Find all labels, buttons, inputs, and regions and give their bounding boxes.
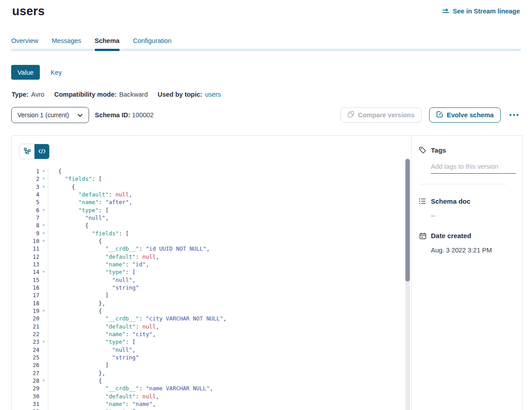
line-number: 29 (12, 384, 39, 392)
code-text: { (48, 237, 102, 245)
compatibility-value: Backward (119, 91, 148, 98)
code-text: "name": "after", (48, 198, 132, 206)
line-number: 12 (12, 253, 39, 261)
code-line: 17 ] (12, 291, 405, 299)
code-text: }, (48, 369, 105, 377)
code-text: "__crdb__": "id UUID NOT NULL", (48, 245, 210, 252)
fold-arrow-icon[interactable] (39, 323, 48, 330)
code-view-button[interactable] (34, 144, 49, 159)
code-line: 1▼{ (12, 167, 405, 175)
tree-view-button[interactable] (20, 144, 34, 159)
fold-arrow-icon[interactable]: ▼ (39, 222, 48, 229)
line-number: 11 (12, 245, 39, 252)
fold-arrow-icon[interactable] (39, 253, 48, 261)
topic-link[interactable]: users (205, 91, 221, 98)
version-dropdown[interactable]: Version 1 (current) (11, 107, 89, 123)
fold-arrow-icon[interactable]: ▼ (39, 408, 48, 410)
fold-arrow-icon[interactable] (39, 393, 48, 400)
stream-lineage-link[interactable]: See in Stream lineage (442, 8, 520, 15)
code-line: 16 "string" (12, 284, 405, 291)
fold-arrow-icon[interactable]: ▼ (39, 206, 48, 214)
editor-scrollbar-thumb[interactable] (405, 159, 410, 282)
code-text: "type": [ (48, 268, 136, 276)
compare-versions-button[interactable]: Compare versions (340, 107, 422, 123)
code-line: 3▼ { (12, 183, 405, 191)
list-icon (419, 198, 426, 205)
line-number: 22 (12, 330, 39, 338)
schema-meta-row: Type: Avro Compatibility mode: Backward … (12, 91, 532, 98)
page-header: users See in Stream lineage (0, 0, 532, 18)
line-number: 4 (12, 191, 39, 198)
line-number: 9 (12, 230, 39, 237)
fold-arrow-icon[interactable] (39, 369, 48, 377)
code-lines[interactable]: 1▼{2▼ "fields": [3▼ {4 "default": null,5… (12, 167, 405, 410)
code-line: 15 "null", (12, 276, 405, 284)
code-text: "default": null, (48, 323, 159, 330)
line-number: 17 (12, 291, 39, 299)
value-key-toggle: Value Key (11, 65, 532, 80)
schema-id: Schema ID: 100002 (95, 111, 153, 119)
code-line: 12 "default": null, (12, 253, 405, 261)
tags-title: Tags (431, 146, 446, 154)
editor-scrollbar-track[interactable] (405, 158, 410, 410)
date-created-value: Aug. 3 2022 3:21 PM (431, 247, 514, 254)
fold-arrow-icon[interactable]: ▼ (39, 307, 48, 315)
value-toggle-button[interactable]: Value (11, 65, 40, 80)
line-number: 15 (12, 276, 39, 284)
fold-arrow-icon[interactable] (39, 330, 48, 338)
fold-arrow-icon[interactable] (39, 361, 48, 369)
fold-arrow-icon[interactable] (39, 384, 48, 392)
fold-arrow-icon[interactable] (39, 400, 48, 408)
code-line: 11 "__crdb__": "id UUID NOT NULL", (12, 245, 405, 252)
compatibility-label: Compatibility mode: (54, 91, 116, 98)
line-number: 16 (12, 284, 39, 291)
fold-arrow-icon[interactable] (39, 245, 48, 252)
fold-arrow-icon[interactable]: ▼ (39, 268, 48, 276)
line-number: 14 (12, 268, 39, 276)
code-text: "name": "id", (48, 261, 149, 268)
stream-lineage-label: See in Stream lineage (453, 8, 520, 15)
line-number: 3 (12, 183, 39, 191)
tab-schema[interactable]: Schema (95, 37, 120, 51)
fold-arrow-icon[interactable] (39, 354, 48, 361)
type-value: Avro (31, 91, 45, 98)
code-line: 32▼ "type": [ (12, 408, 405, 410)
date-created-title: Date created (431, 232, 471, 239)
fold-arrow-icon[interactable]: ▼ (39, 237, 48, 245)
more-options-button[interactable]: ••• (508, 110, 521, 120)
fold-arrow-icon[interactable] (39, 214, 48, 222)
code-line: 9▼ "fields": [ (12, 230, 405, 237)
code-text: "name": "city", (48, 330, 156, 338)
code-text: ] (48, 361, 109, 369)
fold-arrow-icon[interactable] (39, 299, 48, 307)
code-text: "default": null, (48, 191, 132, 198)
line-number: 27 (12, 369, 39, 377)
calendar-icon (419, 232, 426, 239)
tree-view-icon (24, 147, 31, 156)
line-number: 20 (12, 315, 39, 322)
code-text: { (48, 183, 75, 191)
fold-arrow-icon[interactable]: ▼ (39, 183, 48, 191)
compare-icon (348, 111, 354, 119)
fold-arrow-icon[interactable] (39, 284, 48, 291)
tags-input[interactable] (431, 163, 516, 174)
fold-arrow-icon[interactable] (39, 198, 48, 206)
fold-arrow-icon[interactable]: ▼ (39, 338, 48, 346)
fold-arrow-icon[interactable] (39, 315, 48, 322)
fold-arrow-icon[interactable] (39, 346, 48, 354)
evolve-schema-button[interactable]: Evolve schema (429, 107, 501, 123)
fold-arrow-icon[interactable]: ▼ (39, 377, 48, 384)
key-toggle-link[interactable]: Key (51, 69, 62, 76)
fold-arrow-icon[interactable] (39, 276, 48, 284)
fold-arrow-icon[interactable] (39, 261, 48, 268)
editor-view-toggle (19, 144, 50, 159)
fold-arrow-icon[interactable]: ▼ (39, 230, 48, 237)
chevron-down-icon (77, 111, 83, 119)
schema-id-value: 100002 (132, 111, 153, 119)
fold-arrow-icon[interactable] (39, 291, 48, 299)
fold-arrow-icon[interactable]: ▼ (39, 167, 48, 175)
code-text: "string" (48, 354, 139, 361)
fold-arrow-icon[interactable]: ▼ (39, 175, 48, 183)
code-line: 19▼ { (12, 307, 405, 315)
fold-arrow-icon[interactable] (39, 191, 48, 198)
